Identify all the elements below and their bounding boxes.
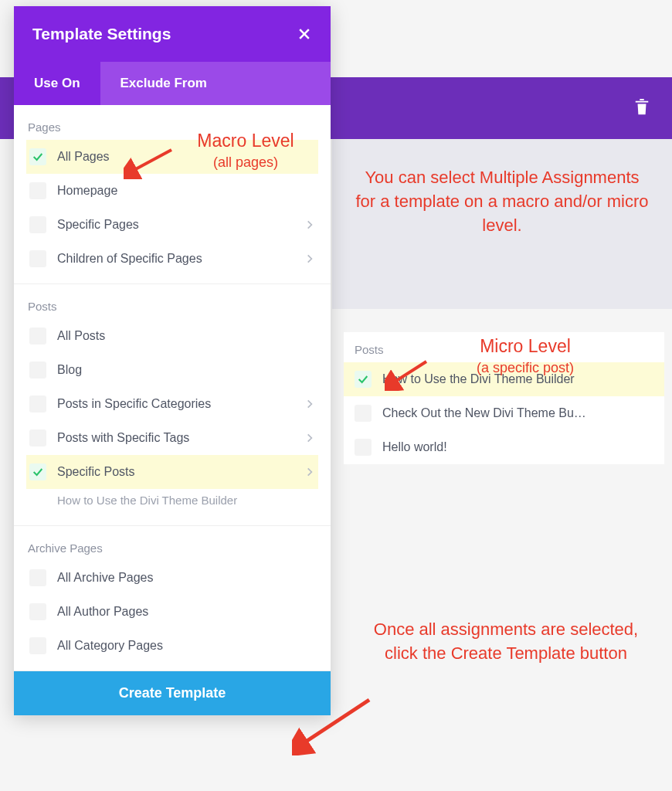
item-label: Specific Pages	[57, 218, 304, 232]
item-label: All Posts	[57, 329, 315, 343]
item-label: How to Use the Divi Theme Builder	[382, 372, 653, 386]
section-archive: Archive Pages All Archive Pages All Auth…	[14, 526, 331, 671]
item-label: All Author Pages	[57, 605, 315, 619]
checkbox-specific-posts[interactable]	[29, 463, 46, 480]
svg-rect-1	[640, 99, 644, 100]
create-template-button[interactable]: Create Template	[14, 671, 331, 715]
item-all-author[interactable]: All Author Pages	[26, 595, 318, 629]
checkbox-post-a[interactable]	[355, 371, 372, 388]
checkbox[interactable]	[29, 603, 46, 620]
tab-exclude-from[interactable]: Exclude From	[100, 62, 227, 105]
checkbox[interactable]	[29, 362, 46, 379]
checkbox[interactable]	[29, 429, 46, 446]
modal-title: Template Settings	[32, 25, 171, 43]
post-item[interactable]: Check Out the New Divi Theme Bu…	[344, 396, 664, 430]
checkbox[interactable]	[29, 328, 46, 345]
chevron-right-icon	[304, 219, 315, 230]
item-label: All Archive Pages	[57, 571, 315, 585]
item-posts-categories[interactable]: Posts in Specific Categories	[26, 387, 318, 421]
item-label: Blog	[57, 363, 315, 377]
chevron-right-icon	[304, 467, 315, 477]
background-grey-panel	[332, 139, 672, 309]
checkbox[interactable]	[29, 250, 46, 267]
item-homepage[interactable]: Homepage	[26, 174, 318, 208]
item-posts-tags[interactable]: Posts with Specific Tags	[26, 421, 318, 455]
item-all-posts[interactable]: All Posts	[26, 319, 318, 353]
item-label: Posts in Specific Categories	[57, 397, 304, 411]
checkbox[interactable]	[29, 182, 46, 199]
item-specific-posts[interactable]: Specific Posts	[26, 455, 318, 489]
item-label: Homepage	[57, 184, 315, 198]
checkbox[interactable]	[355, 439, 372, 456]
item-label: Children of Specific Pages	[57, 252, 304, 266]
section-label-archive: Archive Pages	[28, 541, 318, 555]
section-label-posts: Posts	[28, 300, 318, 313]
chevron-right-icon	[304, 253, 315, 264]
item-specific-pages[interactable]: Specific Pages	[26, 208, 318, 242]
checkbox[interactable]	[29, 569, 46, 586]
item-label: All Category Pages	[57, 639, 315, 653]
checkbox[interactable]	[29, 396, 46, 412]
item-label: Specific Posts	[57, 465, 304, 479]
checkbox[interactable]	[29, 637, 46, 654]
item-label: All Pages	[57, 150, 315, 164]
post-item-selected[interactable]: How to Use the Divi Theme Builder	[344, 362, 664, 396]
checkbox[interactable]	[29, 216, 46, 233]
close-icon[interactable]	[297, 26, 312, 42]
post-item[interactable]: Hello world!	[344, 430, 664, 464]
checkbox-all-pages[interactable]	[29, 148, 46, 165]
annotation-bottom: Once all assignments are selected, click…	[371, 618, 641, 666]
sub-selected-post: How to Use the Divi Theme Builder	[26, 489, 318, 518]
modal-header: Template Settings	[14, 6, 331, 62]
template-settings-modal: Template Settings Use On Exclude From Pa…	[14, 6, 331, 715]
section-posts: Posts All Posts Blog Posts in Specific C…	[14, 284, 331, 526]
chevron-right-icon	[304, 433, 315, 443]
tab-use-on[interactable]: Use On	[14, 62, 100, 105]
item-blog[interactable]: Blog	[26, 353, 318, 387]
item-label: Posts with Specific Tags	[57, 431, 304, 445]
section-pages: Pages All Pages Homepage Specific Pages …	[14, 105, 331, 284]
item-label: Hello world!	[382, 440, 653, 454]
tabs: Use On Exclude From	[14, 62, 331, 105]
item-all-category[interactable]: All Category Pages	[26, 629, 318, 663]
section-label-posts-right: Posts	[355, 343, 664, 356]
posts-panel: Posts How to Use the Divi Theme Builder …	[344, 332, 664, 464]
trash-icon[interactable]	[633, 99, 650, 116]
check-icon	[32, 151, 44, 163]
item-label: Check Out the New Divi Theme Bu…	[382, 406, 653, 420]
item-children-specific-pages[interactable]: Children of Specific Pages	[26, 242, 318, 276]
section-label-pages: Pages	[28, 121, 318, 134]
checkbox[interactable]	[355, 405, 372, 422]
check-icon	[357, 373, 369, 385]
svg-rect-0	[636, 101, 649, 103]
check-icon	[32, 466, 44, 478]
chevron-right-icon	[304, 399, 315, 409]
item-all-archive[interactable]: All Archive Pages	[26, 561, 318, 595]
item-all-pages[interactable]: All Pages	[26, 140, 318, 174]
